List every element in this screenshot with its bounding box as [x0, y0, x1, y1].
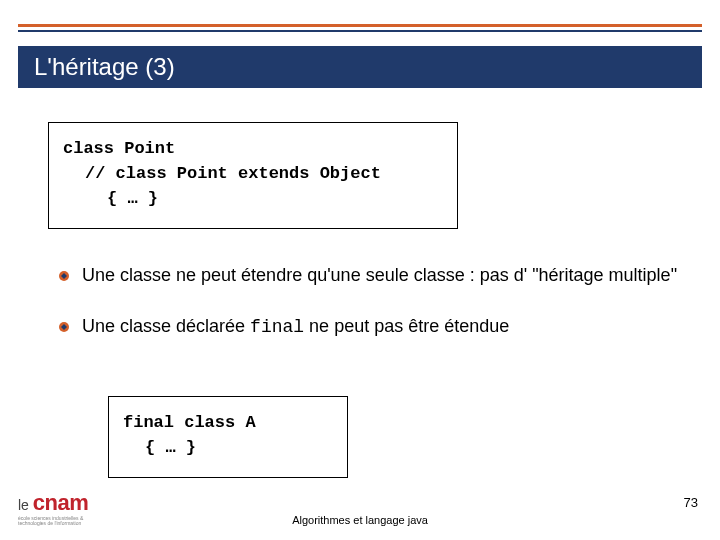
logo-text-cnam: cnam [33, 490, 88, 515]
page-number: 73 [684, 495, 698, 510]
list-item: Une classe déclarée final ne peut pas êt… [58, 315, 680, 339]
bullet-icon [58, 319, 72, 337]
code-line: { … } [63, 189, 443, 208]
list-item: Une classe ne peut étendre qu'une seule … [58, 264, 680, 287]
code-line: { … } [123, 438, 333, 457]
code-inline: final [250, 317, 304, 337]
slide: L'héritage (3) class Point // class Poin… [0, 0, 720, 540]
code-block-point: class Point // class Point extends Objec… [48, 122, 458, 229]
page-title: L'héritage (3) [34, 53, 175, 81]
code-line: class Point [63, 139, 443, 158]
bullet-text-part: ne peut pas être étendue [304, 316, 509, 336]
bullet-text: Une classe déclarée final ne peut pas êt… [72, 315, 509, 339]
rule-orange [18, 24, 702, 27]
bullet-icon [58, 268, 72, 286]
logo-text-le: le [18, 497, 33, 513]
title-bar: L'héritage (3) [18, 46, 702, 88]
bullet-text-part: Une classe déclarée [82, 316, 250, 336]
code-block-final: final class A { … } [108, 396, 348, 478]
bullet-list: Une classe ne peut étendre qu'une seule … [58, 264, 680, 368]
bullet-text: Une classe ne peut étendre qu'une seule … [72, 264, 677, 287]
code-line: final class A [123, 413, 333, 432]
code-line: // class Point extends Object [63, 164, 443, 183]
footer-caption: Algorithmes et langage java [0, 514, 720, 526]
rule-blue [18, 30, 702, 32]
